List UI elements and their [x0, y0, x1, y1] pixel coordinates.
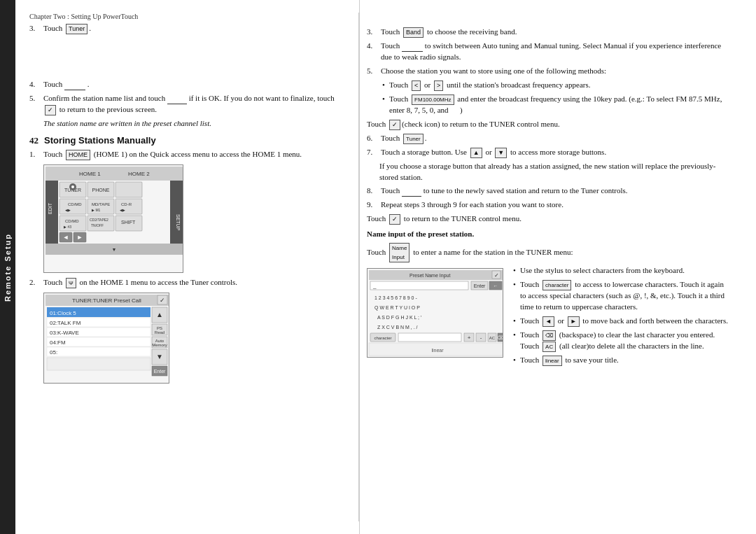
svg-text:A  S  D  F  G  H  J  K  L  ;  : A S D F G H J K L ; ' — [377, 315, 421, 320]
check-icon-return[interactable]: ✓ — [389, 214, 400, 225]
svg-text:EDIT: EDIT — [48, 202, 52, 214]
down-btn-7[interactable]: ▼ — [495, 148, 507, 158]
svg-text:Enter: Enter — [474, 283, 486, 288]
character-btn[interactable]: character — [542, 280, 571, 290]
svg-text:←: ← — [493, 283, 498, 288]
svg-text:MD/TAPE: MD/TAPE — [92, 202, 110, 206]
tuner-btn-6[interactable]: Tuner — [403, 134, 424, 144]
svg-text:Enter: Enter — [154, 369, 166, 374]
svg-rect-5 — [170, 181, 183, 244]
name-input-btn[interactable]: NameInput — [389, 243, 410, 262]
svg-text:Q  W  E  R  T  Y  U  I  O  P: Q W E R T Y U I O P — [374, 305, 420, 311]
left-arrow-btn[interactable]: < — [412, 80, 421, 91]
tuner-btn-top[interactable]: Tuner — [66, 24, 88, 34]
svg-text:05:: 05: — [50, 349, 57, 356]
svg-text:+: + — [468, 335, 471, 341]
bullet-1: • Touch < or > until the station's broad… — [379, 80, 729, 91]
fwd-btn-r[interactable]: ► — [568, 316, 580, 327]
up-btn-7[interactable]: ▲ — [470, 148, 482, 158]
left-column: Chapter Two : Setting Up PowerTouch 3. T… — [15, 0, 358, 534]
backspace-btn[interactable]: ⌫ — [542, 330, 556, 341]
svg-rect-49 — [47, 347, 150, 356]
allclear-btn[interactable]: AC — [542, 342, 556, 352]
svg-text:linear: linear — [431, 348, 444, 353]
name-input-section: Name input of the preset station. Touch … — [367, 229, 729, 262]
right-arrow-btn[interactable]: > — [434, 80, 443, 91]
svg-rect-0 — [46, 167, 183, 181]
name-input-area: Preset Name Input ✓ _ Enter ← 1 2 3 4 5 … — [367, 265, 729, 369]
svg-rect-80 — [398, 333, 461, 342]
tuner-preset-diagram: TUNER:TUNER Preset Call ✓ 01:Clock 5 02:… — [43, 293, 169, 384]
right-bullets: • Use the stylus to select characters fr… — [510, 265, 729, 369]
right-column: 3. Touch Band to choose the receiving ba… — [359, 0, 743, 534]
svg-text:◄: ◄ — [63, 234, 69, 241]
svg-text:CD/MD: CD/MD — [68, 202, 82, 206]
chapter-header: Chapter Two : Setting Up PowerTouch — [29, 13, 344, 20]
check-btn-5[interactable]: ✓ — [45, 105, 56, 115]
svg-text:Z  X  C  V  B  N  M  ,  .  /: Z X C V B N M , . / — [377, 325, 418, 330]
svg-text:Preset Name Input: Preset Name Input — [410, 273, 450, 279]
svg-point-13 — [71, 185, 74, 188]
svg-text:▼: ▼ — [156, 353, 163, 360]
page-number: 42 — [29, 135, 38, 146]
svg-text:▼: ▼ — [112, 247, 117, 252]
bullet-r5: • Touch linear to save your title. — [510, 355, 729, 366]
step-9: 9. Repeat steps 3 through 9 for each sta… — [367, 199, 729, 211]
name-input-title: Name input of the preset station. — [367, 230, 474, 238]
svg-text:SETUP: SETUP — [176, 214, 181, 231]
svg-rect-14 — [59, 199, 86, 214]
svg-text:character: character — [374, 336, 391, 340]
bullet-r1: • Use the stylus to select characters fr… — [510, 265, 729, 276]
step-5-left: 5. Confirm the station name list and tou… — [29, 93, 344, 115]
svg-text:▶ #3: ▶ #3 — [64, 225, 71, 229]
bullet-r3: • Touch ◄ or ► to move back and forth be… — [510, 316, 729, 327]
bullet-r2: • Touch character to access to lowercase… — [510, 279, 729, 313]
home-btn[interactable]: HOME — [66, 150, 90, 160]
band-btn[interactable]: Band — [403, 27, 424, 38]
svg-text:01:Clock 5: 01:Clock 5 — [50, 310, 76, 316]
svg-text:02:TALK FM: 02:TALK FM — [50, 320, 81, 326]
svg-text:◀▶: ◀▶ — [120, 208, 125, 212]
step-8: 8. Touch to tune to the newly saved stat… — [367, 185, 729, 197]
svg-text:1  2  3  4  5  6  7  8  9  0  : 1 2 3 4 5 6 7 8 9 0 - — [374, 295, 417, 300]
svg-text:04:FM: 04:FM — [50, 339, 66, 346]
svg-text:CD/MD: CD/MD — [65, 219, 79, 223]
svg-rect-68 — [370, 281, 468, 290]
svg-text:✓: ✓ — [160, 297, 165, 304]
section-header: 42 Storing Stations Manually — [29, 135, 344, 146]
svg-text:CD2/TAPE2: CD2/TAPE2 — [90, 218, 108, 222]
back-btn-r[interactable]: ◄ — [542, 316, 554, 327]
svg-rect-63 — [47, 358, 150, 370]
touch-check-return: Touch ✓ to return to the TUNER control m… — [367, 213, 729, 225]
step-2: 2. Touch Ψ on the HOME 1 menu to access … — [29, 277, 344, 288]
vertical-tab: Remote Setup — [0, 0, 15, 534]
svg-text:TN/OFF: TN/OFF — [91, 223, 104, 227]
step-6-right: 6. Touch Tuner. — [367, 133, 729, 144]
step-3-top: 3. Touch Tuner. — [29, 23, 344, 34]
keyboard-diagram: Preset Name Input ✓ _ Enter ← 1 2 3 4 5 … — [367, 268, 503, 358]
svg-text:TUNER:TUNER Preset Call: TUNER:TUNER Preset Call — [72, 297, 141, 304]
svg-text:03:K-WAVE: 03:K-WAVE — [50, 330, 79, 336]
svg-text:◀▶: ◀▶ — [65, 208, 71, 212]
svg-rect-11 — [115, 182, 142, 197]
step-7-note: If you choose a storage button that alre… — [379, 161, 729, 183]
svg-text:Memory: Memory — [152, 343, 167, 347]
step-5-right: 5. Choose the station you want to store … — [367, 66, 729, 77]
freq-btn[interactable]: FM100.00MHz — [412, 94, 454, 105]
svg-text:▲: ▲ — [156, 311, 163, 318]
svg-text:SHIFT: SHIFT — [121, 220, 136, 225]
bullet-r4: • Touch ⌫ (backspace) to clear the last … — [510, 330, 729, 352]
svg-text:_: _ — [372, 283, 377, 289]
svg-text:PHONE: PHONE — [92, 188, 110, 192]
step-4-left: 4. Touch . — [29, 79, 344, 90]
tuner-btn-2[interactable]: Ψ — [66, 278, 76, 288]
note-preset-channel: The station name are written in the pres… — [43, 118, 344, 129]
linear-btn[interactable]: linear — [542, 356, 562, 366]
step-7: 7. Touch a storage button. Use ▲ or ▼ to… — [367, 147, 729, 158]
svg-text:HOME 1: HOME 1 — [79, 171, 101, 177]
svg-text:-: - — [480, 335, 482, 341]
svg-text:CD-R: CD-R — [121, 202, 132, 206]
check-icon-btn[interactable]: ✓ — [389, 120, 400, 130]
touch-check-line: Touch ✓(check icon) to return to the TUN… — [367, 119, 729, 130]
svg-text:►: ► — [77, 234, 83, 241]
